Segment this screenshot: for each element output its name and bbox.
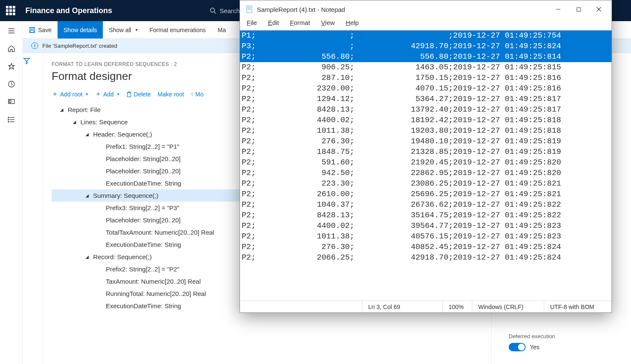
menu-icon[interactable] [8,27,15,35]
status-encoding: UTF-8 with BOM [544,301,612,312]
menu-file[interactable]: File [245,18,259,30]
move-button[interactable]: ↑Mo [191,91,204,98]
svg-point-11 [8,117,9,118]
text-line: P2; 556.80; 556.80;2019-12-27 01:49:25:8… [240,52,612,62]
text-line: P1; ; ;2019-12-27 01:49:25:754 [240,30,612,41]
notepad-statusbar: Ln 3, Col 69 100% Windows (CRLF) UTF-8 w… [240,301,612,312]
notepad-titlebar[interactable]: SampleReport (4).txt - Notepad [240,0,612,18]
delete-icon [126,91,132,97]
menu-view[interactable]: View [320,18,336,30]
text-line: P2; 1040.37; 26736.62;2019-12-27 01:49:2… [240,200,612,210]
delete-button[interactable]: Delete [126,91,151,98]
collapse-icon[interactable]: ◢ [85,255,91,259]
home-icon[interactable] [8,45,15,52]
workspace-icon[interactable] [8,98,15,106]
status-zoom: 100% [442,301,472,312]
text-line: P2; 4400.02; 18192.42;2019-12-27 01:49:2… [240,115,612,126]
info-icon: i [31,42,38,49]
text-line: P2; 8428.13; 35164.75;2019-12-27 01:49:2… [240,210,612,221]
svg-rect-17 [127,93,131,97]
star-icon[interactable] [8,63,15,70]
text-line: P2; 1011.38; 40576.15;2019-12-27 01:49:2… [240,231,612,242]
svg-line-1 [214,12,216,14]
text-line: P2; 276.30; 40852.45;2019-12-27 01:49:25… [240,242,612,252]
svg-point-12 [8,119,9,120]
text-line: P2; 4400.02; 39564.77;2019-12-27 01:49:2… [240,221,612,231]
notepad-title: SampleReport (4).txt - Notepad [257,6,345,13]
make-root-button[interactable]: Make root [157,91,184,98]
text-line: P2; 287.10; 1750.15;2019-12-27 01:49:25:… [240,73,612,83]
text-line: P2; 1294.12; 5364.27;2019-12-27 01:49:25… [240,94,612,104]
format-enum-label: Format enumerations [149,27,206,33]
notepad-menu: File Edit Format View Help [240,18,612,30]
deferred-execution-toggle[interactable] [509,343,526,351]
status-position: Ln 3, Col 69 [362,301,442,312]
text-line: P2; 1848.75; 21328.85;2019-12-27 01:49:2… [240,147,612,157]
text-line: P2; 591.60; 21920.45;2019-12-27 01:49:25… [240,157,612,168]
save-button[interactable]: Save [23,21,58,38]
text-line: P2; 8428.13; 13792.40;2019-12-27 01:49:2… [240,104,612,115]
nav-rail [0,21,23,364]
text-line: P2; 223.30; 23086.25;2019-12-27 01:49:25… [240,178,612,189]
svg-rect-7 [9,100,11,103]
app-launcher-icon[interactable] [4,4,17,17]
overflow-button[interactable]: Ma [212,21,231,38]
svg-rect-16 [30,30,34,33]
collapse-icon[interactable]: ◢ [60,107,65,112]
svg-point-13 [8,121,9,122]
add-button[interactable]: ＋Add [95,90,119,99]
menu-edit[interactable]: Edit [266,18,281,30]
save-icon [29,27,36,33]
text-line: P2; 2066.25; 42918.70;2019-12-27 01:49:2… [240,252,612,263]
show-details-button[interactable]: Show details [58,21,103,38]
collapse-icon[interactable]: ◢ [85,132,91,137]
text-line: P2; 906.25; 1463.05;2019-12-27 01:49:25:… [240,62,612,73]
menu-format[interactable]: Format [288,18,312,30]
svg-point-0 [210,8,215,12]
status-eol: Windows (CRLF) [472,301,544,312]
format-enumerations-button[interactable]: Format enumerations [143,21,212,38]
collapse-icon[interactable]: ◢ [85,193,91,198]
show-all-button[interactable]: Show all [103,21,143,38]
list-icon[interactable] [8,116,15,123]
collapse-icon[interactable]: ◢ [73,120,78,124]
show-all-label: Show all [109,27,131,33]
svg-rect-25 [577,8,581,11]
overflow-label: Ma [218,27,226,33]
svg-rect-20 [247,6,252,13]
text-line: P2; 942.50; 22862.95;2019-12-27 01:49:25… [240,168,612,178]
text-line: P2; 1011.38; 19203.80;2019-12-27 01:49:2… [240,126,612,136]
text-line: P2; 2320.00; 4070.15;2019-12-27 01:49:25… [240,83,612,94]
filter-column [23,53,43,364]
status-spacer [240,301,362,312]
minimize-button[interactable] [548,0,568,18]
deferred-execution-label: Deferred execution [509,333,614,339]
show-details-label: Show details [63,27,97,33]
close-button[interactable] [589,0,609,18]
notepad-text-area[interactable]: P1; ; ;2019-12-27 01:49:25:754P3; ; 4291… [240,30,612,301]
search-icon [209,7,216,14]
notepad-window: SampleReport (4).txt - Notepad File Edit… [240,0,612,313]
maximize-button[interactable] [568,0,589,18]
notepad-icon [246,5,254,13]
svg-rect-15 [31,27,33,29]
text-line: P2; 276.30; 19480.10;2019-12-27 01:49:25… [240,136,612,147]
save-label: Save [38,27,52,33]
deferred-execution-value: Yes [530,344,540,350]
brand-title: Finance and Operations [25,6,112,15]
info-message: File 'SampleReport.txt' created [42,43,117,49]
add-root-button[interactable]: ＋Add root [52,90,88,99]
filter-icon[interactable] [23,57,30,65]
clock-icon[interactable] [8,80,15,88]
text-line: P2; 2610.00; 25696.25;2019-12-27 01:49:2… [240,189,612,200]
menu-help[interactable]: Help [344,18,361,30]
text-line: P3; ; 42918.70;2019-12-27 01:49:25:824 [240,41,612,52]
